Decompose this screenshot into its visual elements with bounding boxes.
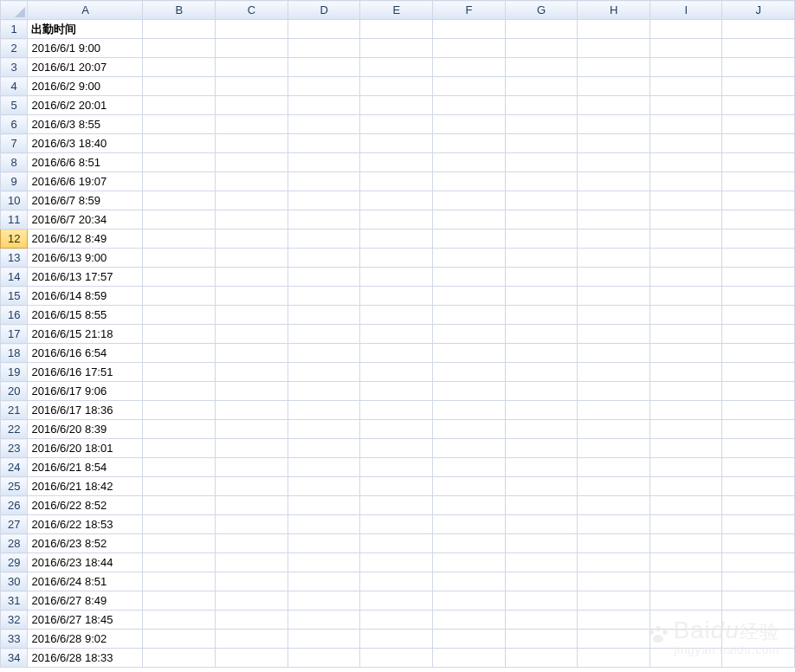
cell-D19[interactable] <box>288 363 360 382</box>
cell-I9[interactable] <box>650 172 722 191</box>
cell-E14[interactable] <box>360 268 433 287</box>
cell-D34[interactable] <box>288 649 360 668</box>
cell-B21[interactable] <box>143 401 216 420</box>
cell-D30[interactable] <box>288 572 360 591</box>
cell-E34[interactable] <box>360 649 433 668</box>
cell-B25[interactable] <box>143 477 216 496</box>
row-header-4[interactable]: 4 <box>1 77 28 96</box>
cell-J23[interactable] <box>722 439 795 458</box>
cell-E11[interactable] <box>360 210 433 229</box>
cell-J13[interactable] <box>722 249 795 268</box>
cell-E27[interactable] <box>360 515 433 534</box>
cell-G9[interactable] <box>505 172 578 191</box>
cell-G18[interactable] <box>505 344 578 363</box>
row-header-31[interactable]: 31 <box>1 591 28 611</box>
cell-A19[interactable]: 2016/6/16 17:51 <box>28 363 143 382</box>
cell-I20[interactable] <box>650 382 722 401</box>
cell-G13[interactable] <box>505 249 578 268</box>
cell-H10[interactable] <box>578 191 650 210</box>
cell-F7[interactable] <box>433 134 506 153</box>
cell-B18[interactable] <box>143 344 216 363</box>
cell-F17[interactable] <box>433 325 506 344</box>
cell-H29[interactable] <box>578 553 650 572</box>
cell-E5[interactable] <box>360 96 433 115</box>
cell-G20[interactable] <box>505 382 578 401</box>
cell-A34[interactable]: 2016/6/28 18:33 <box>28 649 143 668</box>
cell-C10[interactable] <box>216 191 288 210</box>
cell-E28[interactable] <box>360 534 433 553</box>
cell-H17[interactable] <box>578 325 650 344</box>
cell-F14[interactable] <box>433 268 506 287</box>
row-header-7[interactable]: 7 <box>1 134 28 153</box>
cell-I28[interactable] <box>650 534 722 553</box>
spreadsheet-grid[interactable]: ABCDEFGHIJ 1出勤时间22016/6/1 9:0032016/6/1 … <box>0 0 795 668</box>
cell-G30[interactable] <box>505 572 578 591</box>
row-header-8[interactable]: 8 <box>1 153 28 172</box>
cell-H16[interactable] <box>578 306 650 325</box>
select-all-corner[interactable] <box>1 1 28 20</box>
cell-G2[interactable] <box>505 39 578 58</box>
cell-E15[interactable] <box>360 287 433 306</box>
cell-F12[interactable] <box>433 229 506 249</box>
cell-B22[interactable] <box>143 420 216 439</box>
cell-J24[interactable] <box>722 458 795 477</box>
cell-C16[interactable] <box>216 306 288 325</box>
row-header-30[interactable]: 30 <box>1 572 28 591</box>
cell-H13[interactable] <box>578 249 650 268</box>
cell-F5[interactable] <box>433 96 506 115</box>
column-header-I[interactable]: I <box>650 1 722 20</box>
cell-D22[interactable] <box>288 420 360 439</box>
row-header-25[interactable]: 25 <box>1 477 28 496</box>
cell-F6[interactable] <box>433 115 506 134</box>
cell-D18[interactable] <box>288 344 360 363</box>
row-header-17[interactable]: 17 <box>1 325 28 344</box>
cell-F29[interactable] <box>433 553 506 572</box>
cell-H11[interactable] <box>578 210 650 229</box>
cell-J33[interactable] <box>722 630 795 649</box>
cell-I16[interactable] <box>650 306 722 325</box>
cell-C28[interactable] <box>216 534 288 553</box>
cell-I5[interactable] <box>650 96 722 115</box>
cell-H30[interactable] <box>578 572 650 591</box>
cell-G29[interactable] <box>505 553 578 572</box>
cell-D4[interactable] <box>288 77 360 96</box>
row-header-6[interactable]: 6 <box>1 115 28 134</box>
cell-I4[interactable] <box>650 77 722 96</box>
cell-J10[interactable] <box>722 191 795 210</box>
cell-B15[interactable] <box>143 287 216 306</box>
cell-B2[interactable] <box>143 39 216 58</box>
cell-J18[interactable] <box>722 344 795 363</box>
cell-F22[interactable] <box>433 420 506 439</box>
cell-D21[interactable] <box>288 401 360 420</box>
cell-I32[interactable] <box>650 611 722 630</box>
cell-F26[interactable] <box>433 496 506 515</box>
cell-I1[interactable] <box>650 20 722 39</box>
row-header-13[interactable]: 13 <box>1 249 28 268</box>
cell-B11[interactable] <box>143 210 216 229</box>
cell-F16[interactable] <box>433 306 506 325</box>
cell-C32[interactable] <box>216 611 288 630</box>
cell-J19[interactable] <box>722 363 795 382</box>
cell-G7[interactable] <box>505 134 578 153</box>
cell-I14[interactable] <box>650 268 722 287</box>
cell-E18[interactable] <box>360 344 433 363</box>
cell-E7[interactable] <box>360 134 433 153</box>
cell-H28[interactable] <box>578 534 650 553</box>
cell-H12[interactable] <box>578 229 650 249</box>
cell-D11[interactable] <box>288 210 360 229</box>
cell-I17[interactable] <box>650 325 722 344</box>
cell-D32[interactable] <box>288 611 360 630</box>
cell-D15[interactable] <box>288 287 360 306</box>
cell-J15[interactable] <box>722 287 795 306</box>
cell-H21[interactable] <box>578 401 650 420</box>
cell-C23[interactable] <box>216 439 288 458</box>
cell-F21[interactable] <box>433 401 506 420</box>
cell-A29[interactable]: 2016/6/23 18:44 <box>28 553 143 572</box>
cell-F10[interactable] <box>433 191 506 210</box>
cell-B10[interactable] <box>143 191 216 210</box>
cell-E2[interactable] <box>360 39 433 58</box>
cell-A10[interactable]: 2016/6/7 8:59 <box>28 191 143 210</box>
cell-G3[interactable] <box>505 58 578 77</box>
cell-I29[interactable] <box>650 553 722 572</box>
cell-E20[interactable] <box>360 382 433 401</box>
